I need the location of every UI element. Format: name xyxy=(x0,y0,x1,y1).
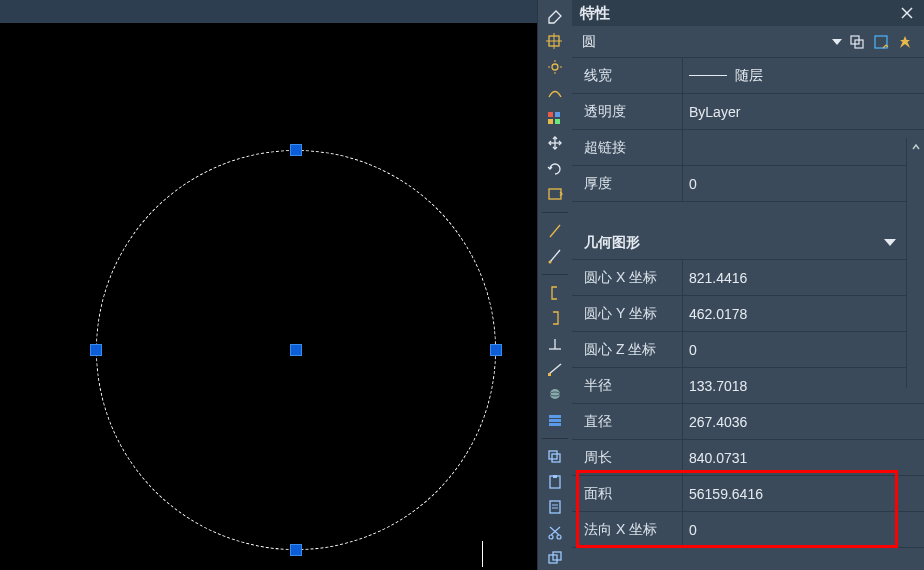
grip-top[interactable] xyxy=(290,144,302,156)
prop-label: 圆心 Z 坐标 xyxy=(572,341,682,359)
panel-title: 特性 xyxy=(580,4,610,23)
svg-point-41 xyxy=(557,535,561,539)
svg-rect-17 xyxy=(555,119,560,124)
panel-titlebar: 特性 xyxy=(572,0,924,26)
vline-icon[interactable] xyxy=(541,244,569,267)
grip-center[interactable] xyxy=(290,344,302,356)
svg-rect-31 xyxy=(549,419,561,422)
svg-line-22 xyxy=(550,250,560,262)
scrollbar[interactable] xyxy=(906,138,924,388)
select-icon[interactable] xyxy=(541,29,569,52)
panel-body: 线宽 随层 透明度 ByLayer 超链接 厚度 0 几何图形 圆心 X 坐标 xyxy=(572,58,924,570)
prop-label: 线宽 xyxy=(572,67,682,85)
quick-select-icon[interactable] xyxy=(896,33,914,51)
bracket-open-icon[interactable] xyxy=(541,281,569,304)
prop-label: 面积 xyxy=(572,485,682,503)
section-header-geometry[interactable]: 几何图形 xyxy=(572,226,924,260)
prop-value[interactable]: ByLayer xyxy=(682,94,924,129)
paste-icon[interactable] xyxy=(541,470,569,493)
section-header-label: 几何图形 xyxy=(584,234,640,252)
layers-icon[interactable] xyxy=(541,106,569,129)
prop-row-hyperlink[interactable]: 超链接 xyxy=(572,130,924,166)
canvas-top-strip xyxy=(0,0,537,23)
prop-value[interactable]: 840.0731 xyxy=(682,440,924,475)
prop-label: 周长 xyxy=(572,449,682,467)
prop-row-diameter[interactable]: 直径 267.4036 xyxy=(572,404,924,440)
prop-value[interactable] xyxy=(682,130,924,165)
prop-row-circumference[interactable]: 周长 840.0731 xyxy=(572,440,924,476)
vertical-toolbar xyxy=(537,0,572,570)
copy-icon[interactable] xyxy=(541,445,569,468)
stack-icon[interactable] xyxy=(541,408,569,431)
prop-row-radius[interactable]: 半径 133.7018 xyxy=(572,368,924,404)
cut-icon[interactable] xyxy=(541,521,569,544)
prop-label: 直径 xyxy=(572,413,682,431)
properties-panel: 特性 圆 线宽 随层 透明度 ByLayer xyxy=(572,0,924,570)
move-icon[interactable] xyxy=(541,131,569,154)
object-type-dropdown[interactable]: 圆 xyxy=(582,33,848,51)
spacer xyxy=(572,202,924,226)
clipboard-icon[interactable] xyxy=(541,496,569,519)
prop-row-thickness[interactable]: 厚度 0 xyxy=(572,166,924,202)
prop-label: 圆心 Y 坐标 xyxy=(572,305,682,323)
prop-value[interactable]: 821.4416 xyxy=(682,260,924,295)
object-type-label: 圆 xyxy=(582,33,596,51)
eraser-icon[interactable] xyxy=(541,4,569,27)
svg-rect-20 xyxy=(549,189,561,199)
drawing-viewport[interactable] xyxy=(0,23,537,570)
svg-rect-33 xyxy=(549,451,557,459)
svg-rect-30 xyxy=(549,415,561,418)
arc-icon[interactable] xyxy=(541,80,569,103)
snap-icon[interactable] xyxy=(541,182,569,205)
svg-rect-16 xyxy=(548,119,553,124)
panel-close-icon[interactable] xyxy=(898,4,916,22)
prop-row-center-y[interactable]: 圆心 Y 坐标 462.0178 xyxy=(572,296,924,332)
slash-icon[interactable] xyxy=(541,219,569,242)
svg-marker-52 xyxy=(900,36,910,48)
svg-line-42 xyxy=(551,527,560,535)
duplicate-icon[interactable] xyxy=(541,547,569,570)
prop-value[interactable]: 133.7018 xyxy=(682,368,924,403)
chevron-down-icon xyxy=(884,239,896,246)
prop-label: 法向 X 坐标 xyxy=(572,521,682,539)
brightness-icon[interactable] xyxy=(541,55,569,78)
pick-add-icon[interactable] xyxy=(848,33,866,51)
prop-value-text: 随层 xyxy=(735,67,763,85)
prop-value[interactable]: 56159.6416 xyxy=(682,476,924,511)
toolbar-separator xyxy=(542,212,568,213)
svg-line-43 xyxy=(550,527,559,535)
perpendicular-icon[interactable] xyxy=(541,332,569,355)
prop-value[interactable]: 462.0178 xyxy=(682,296,924,331)
prop-value[interactable]: 267.4036 xyxy=(682,404,924,439)
prop-label: 圆心 X 坐标 xyxy=(572,269,682,287)
prop-row-transparency[interactable]: 透明度 ByLayer xyxy=(572,94,924,130)
svg-point-28 xyxy=(550,389,560,399)
prop-value[interactable]: 随层 xyxy=(682,58,924,93)
svg-marker-5 xyxy=(549,11,561,23)
object-selector-row: 圆 xyxy=(572,26,924,58)
prop-row-center-z[interactable]: 圆心 Z 坐标 0 xyxy=(572,332,924,368)
prop-value[interactable]: 0 xyxy=(682,512,924,547)
globe-icon[interactable] xyxy=(541,383,569,406)
prop-row-normal-x[interactable]: 法向 X 坐标 0 xyxy=(572,512,924,548)
prop-row-area[interactable]: 面积 56159.6416 xyxy=(572,476,924,512)
svg-rect-15 xyxy=(555,112,560,117)
svg-rect-34 xyxy=(552,454,560,462)
bracket-close-icon[interactable] xyxy=(541,306,569,329)
prop-label: 厚度 xyxy=(572,175,682,193)
selector-icons xyxy=(848,33,914,51)
diagonal-icon[interactable] xyxy=(541,357,569,380)
prop-value[interactable]: 0 xyxy=(682,166,924,201)
prop-row-center-x[interactable]: 圆心 X 坐标 821.4416 xyxy=(572,260,924,296)
svg-point-9 xyxy=(552,64,558,70)
rotate-icon[interactable] xyxy=(541,157,569,180)
prop-row-lineweight[interactable]: 线宽 随层 xyxy=(572,58,924,94)
scroll-up-icon[interactable] xyxy=(907,138,924,156)
grip-right[interactable] xyxy=(490,344,502,356)
grip-left[interactable] xyxy=(90,344,102,356)
prop-value[interactable]: 0 xyxy=(682,332,924,367)
grip-bottom[interactable] xyxy=(290,544,302,556)
svg-line-21 xyxy=(550,225,560,237)
select-objects-icon[interactable] xyxy=(872,33,890,51)
svg-rect-32 xyxy=(549,423,561,426)
